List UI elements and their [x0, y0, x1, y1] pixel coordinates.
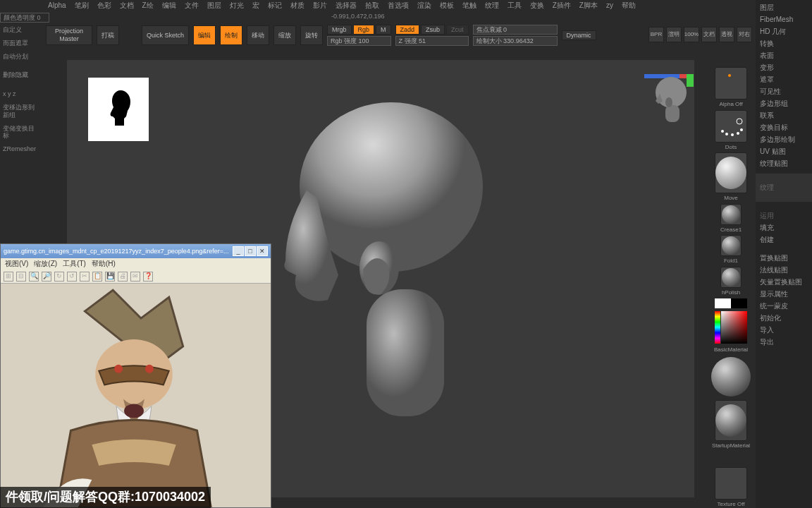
menu-item[interactable]: 渲染: [417, 1, 431, 10]
color-picker[interactable]: [715, 311, 747, 344]
tool-icon[interactable]: ❓: [143, 272, 153, 282]
ref-menu-item[interactable]: 工具(T): [63, 260, 86, 268]
alpha-slot[interactable]: [715, 67, 747, 99]
brush-fold[interactable]: [720, 235, 742, 256]
menu-item[interactable]: 矢量置换贴图: [760, 277, 808, 287]
tool-icon[interactable]: 📋: [92, 272, 102, 282]
rotate-button[interactable]: 旋转: [300, 25, 323, 45]
left-tool-item[interactable]: x y z: [0, 88, 42, 100]
quick-sketch-button[interactable]: Quick Sketch: [142, 25, 189, 45]
opacity-slider[interactable]: 颜色透明度 0: [0, 13, 49, 23]
menu-item[interactable]: 统一蒙皮: [760, 301, 808, 311]
menu-item[interactable]: 纹理: [485, 1, 499, 10]
menu-item[interactable]: 填充: [760, 223, 808, 233]
dynamic-button[interactable]: Dynamic: [562, 30, 596, 40]
left-tool-item[interactable]: 自定义: [0, 24, 42, 36]
menu-item[interactable]: 笔触: [462, 1, 476, 10]
menu-item[interactable]: 导入: [760, 325, 808, 335]
menu-item[interactable]: 笔刷: [75, 1, 89, 10]
menu-item[interactable]: 显示属性: [760, 289, 808, 299]
brush-slot[interactable]: [715, 152, 747, 193]
focal-shift-slider[interactable]: 焦点衰减 0: [473, 25, 558, 35]
menu-item[interactable]: Z插件: [553, 1, 571, 10]
left-tool-item[interactable]: 删除隐藏: [0, 69, 42, 81]
menu-item[interactable]: 纹理贴图: [760, 159, 808, 169]
color-swatches[interactable]: [715, 298, 747, 308]
draw-size-slider[interactable]: 绘制大小 330.96432: [473, 36, 558, 46]
tool-icon[interactable]: ⊞: [4, 272, 13, 282]
menu-item[interactable]: 色彩: [97, 1, 111, 10]
close-icon[interactable]: ✕: [257, 246, 268, 256]
nav-head-widget[interactable]: [650, 74, 692, 123]
menu-item[interactable]: Alpha: [48, 1, 66, 10]
menu-item[interactable]: 首选项: [388, 1, 409, 10]
menu-item[interactable]: 联系: [760, 111, 808, 121]
menu-item[interactable]: 转换: [760, 39, 808, 49]
daqiao-button[interactable]: 打稿: [97, 25, 119, 45]
stroke-slot[interactable]: [715, 110, 747, 143]
menu-item[interactable]: 工具: [508, 1, 522, 10]
menu-item[interactable]: FiberMesh: [760, 15, 808, 25]
main-menu[interactable]: document.write(JSON.parse(document.getEl…: [42, 0, 756, 11]
menu-item[interactable]: 文档: [120, 1, 134, 10]
tool-icon[interactable]: ✂: [80, 272, 90, 282]
document-thumbnail[interactable]: [88, 78, 149, 141]
menu-item[interactable]: 标记: [268, 1, 282, 10]
left-tool-item[interactable]: [0, 83, 42, 87]
menu-item[interactable]: UV 贴图: [760, 147, 808, 157]
shelf-button[interactable]: 文档: [701, 27, 717, 42]
menu-item[interactable]: 多边形组: [760, 99, 808, 109]
tool-icon[interactable]: ⊟: [16, 272, 26, 282]
left-tool-item[interactable]: [0, 64, 42, 68]
menu-item[interactable]: 选择器: [336, 1, 357, 10]
texture-slot[interactable]: [715, 467, 747, 500]
draw-button[interactable]: 绘制: [220, 25, 242, 45]
move-button[interactable]: 移动: [247, 25, 269, 45]
ref-menu-item[interactable]: 缩放(Z): [34, 260, 57, 268]
tool-icon[interactable]: 💾: [105, 272, 115, 282]
shelf-button[interactable]: 透视: [719, 27, 734, 42]
menu-item[interactable]: 导出: [760, 337, 808, 347]
menu-item[interactable]: 拾取: [365, 1, 379, 10]
z-intensity-slider[interactable]: Z 强度 51: [395, 36, 469, 46]
menu-item[interactable]: 遮罩: [760, 75, 808, 85]
tool-icon[interactable]: 🖨: [118, 272, 128, 282]
reference-window[interactable]: game.gtimg.cn_images_mdnt_cp_e20191217yy…: [0, 243, 271, 508]
zsub-button[interactable]: Zsub: [421, 25, 445, 35]
menu-item[interactable]: 初始化: [760, 313, 808, 323]
menu-item[interactable]: zy: [606, 1, 613, 10]
ref-menu-item[interactable]: 视图(V): [5, 260, 28, 268]
menu-item[interactable]: 编辑: [162, 1, 176, 10]
menu-item[interactable]: 材质: [290, 1, 304, 10]
projection-master-button[interactable]: Projection Master: [46, 25, 92, 45]
menu-item[interactable]: 模板: [440, 1, 454, 10]
rgb-button[interactable]: Rgb: [353, 25, 375, 35]
brush-crease[interactable]: [720, 204, 742, 225]
menu-item[interactable]: 置换贴图: [760, 253, 808, 263]
maximize-icon[interactable]: □: [245, 246, 256, 256]
left-tool-item[interactable]: 变储变换目标: [0, 123, 42, 143]
mrgb-button[interactable]: Mrgb: [327, 25, 352, 35]
menu-item[interactable]: 变换: [530, 1, 544, 10]
menu-item[interactable]: Z绘: [142, 1, 154, 10]
brush-hpolish[interactable]: [720, 267, 742, 288]
menu-item[interactable]: 宏: [252, 1, 259, 10]
zadd-button[interactable]: Zadd: [395, 25, 420, 35]
edit-button[interactable]: 编辑: [193, 25, 216, 45]
tool-icon[interactable]: ✉: [130, 272, 140, 282]
shelf-button[interactable]: 对右: [737, 27, 752, 42]
tool-icon[interactable]: 🔍: [29, 272, 39, 282]
ref-menu-item[interactable]: 帮助(H): [92, 260, 116, 268]
tool-icon[interactable]: ↻: [54, 272, 64, 282]
menu-item[interactable]: Z脚本: [579, 1, 598, 10]
tool-icon[interactable]: 🔎: [42, 272, 51, 282]
menu-item[interactable]: 文件: [185, 1, 199, 10]
menu-item[interactable]: 图层: [207, 1, 221, 10]
menu-item[interactable]: 图层: [760, 3, 808, 13]
m-button[interactable]: M: [376, 25, 391, 35]
rgb-intensity-slider[interactable]: Rgb 强度 100: [327, 36, 391, 46]
menu-item[interactable]: 创建: [760, 235, 808, 245]
ref-menu[interactable]: document.write(JSON.parse(document.getEl…: [1, 258, 271, 270]
menu-item[interactable]: 可见性: [760, 87, 808, 97]
ref-titlebar[interactable]: game.gtimg.cn_images_mdnt_cp_e20191217yy…: [1, 244, 271, 258]
